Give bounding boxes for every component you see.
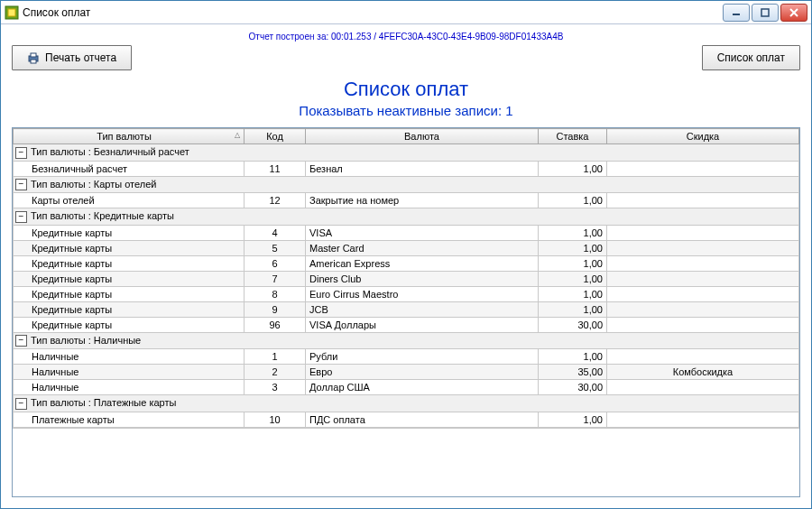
data-grid[interactable]: Тип валюты△ Код Валюта Ставка Скидка −Ти… <box>12 127 800 497</box>
cell-currency-type: Платежные карты <box>14 412 245 427</box>
table-row[interactable]: Карты отелей12Закрытие на номер1,00 <box>14 193 799 208</box>
table-row[interactable]: Платежные карты10ПДС оплата1,00 <box>14 412 799 427</box>
collapse-icon[interactable]: − <box>15 398 27 410</box>
table-row[interactable]: Кредитные карты96VISA Доллары30,00 <box>14 317 799 332</box>
close-button[interactable] <box>780 4 807 22</box>
cell-discount <box>607 286 799 301</box>
cell-currency: American Express <box>306 255 539 271</box>
col-header-code[interactable]: Код <box>245 129 306 144</box>
list-button[interactable]: Список оплат <box>702 45 800 70</box>
table-row[interactable]: Кредитные карты6American Express1,00 <box>14 255 799 271</box>
cell-currency: JCB <box>306 301 539 317</box>
cell-rate: 1,00 <box>539 161 607 176</box>
group-header-label: Тип валюты : Карты отелей <box>31 179 156 190</box>
collapse-icon[interactable]: − <box>15 211 27 223</box>
table-row[interactable]: Кредитные карты4VISA1,00 <box>14 225 799 240</box>
collapse-icon[interactable]: − <box>15 147 27 159</box>
cell-rate: 1,00 <box>539 271 607 286</box>
cell-currency-type: Кредитные карты <box>14 255 245 271</box>
group-header-label: Тип валюты : Безналичный расчет <box>31 146 189 157</box>
cell-currency: Рубли <box>306 349 539 365</box>
print-report-button[interactable]: Печать отчета <box>12 45 132 70</box>
cell-discount <box>607 255 799 271</box>
sort-asc-icon: △ <box>235 131 240 139</box>
cell-code: 96 <box>245 317 306 332</box>
col-header-rate[interactable]: Ставка <box>539 129 607 144</box>
cell-currency-type: Карты отелей <box>14 193 245 208</box>
collapse-icon[interactable]: − <box>15 335 27 347</box>
svg-rect-3 <box>761 9 769 16</box>
cell-rate: 1,00 <box>539 193 607 208</box>
cell-discount <box>607 349 799 365</box>
cell-code: 6 <box>245 255 306 271</box>
maximize-button[interactable] <box>752 4 779 22</box>
col-header-currency-type[interactable]: Тип валюты△ <box>14 129 245 144</box>
table-row[interactable]: Кредитные карты5Master Card1,00 <box>14 240 799 255</box>
cell-discount <box>607 225 799 240</box>
cell-currency: Закрытие на номер <box>306 193 539 208</box>
cell-currency: Доллар США <box>306 380 539 395</box>
table-row[interactable]: Наличные1Рубли1,00 <box>14 349 799 365</box>
minimize-button[interactable] <box>723 4 750 22</box>
group-row[interactable]: −Тип валюты : Наличные <box>14 332 799 349</box>
group-row[interactable]: −Тип валюты : Безналичный расчет <box>14 144 799 162</box>
cell-code: 7 <box>245 271 306 286</box>
group-header-label: Тип валюты : Кредитные карты <box>31 210 174 221</box>
cell-currency: VISA Доллары <box>306 317 539 332</box>
cell-rate: 35,00 <box>539 365 607 380</box>
header-row: Тип валюты△ Код Валюта Ставка Скидка <box>14 129 799 144</box>
cell-discount <box>607 412 799 427</box>
report-info-guid: 4FEFC30A-43C0-43E4-9B09-98DF01433A4B <box>379 32 564 42</box>
cell-currency: Diners Club <box>306 271 539 286</box>
window-title: Список оплат <box>23 6 90 19</box>
cell-code: 3 <box>245 380 306 395</box>
app-icon <box>5 5 19 20</box>
table-row[interactable]: Наличные3Доллар США30,00 <box>14 380 799 395</box>
table-row[interactable]: Безналичный расчет11Безнал1,00 <box>14 161 799 176</box>
cell-currency: ПДС оплата <box>306 412 539 427</box>
cell-rate: 1,00 <box>539 225 607 240</box>
table-row[interactable]: Кредитные карты8Euro Cirrus Maestro1,00 <box>14 286 799 301</box>
cell-currency: VISA <box>306 225 539 240</box>
table-row[interactable]: Кредитные карты9JCB1,00 <box>14 301 799 317</box>
group-row[interactable]: −Тип валюты : Карты отелей <box>14 176 799 193</box>
col-header-discount[interactable]: Скидка <box>607 129 799 144</box>
group-row[interactable]: −Тип валюты : Кредитные карты <box>14 208 799 226</box>
report-info-sep: / <box>374 32 376 42</box>
cell-code: 2 <box>245 365 306 380</box>
svg-rect-1 <box>8 9 15 16</box>
cell-discount <box>607 161 799 176</box>
cell-code: 8 <box>245 286 306 301</box>
cell-rate: 30,00 <box>539 380 607 395</box>
cell-currency-type: Кредитные карты <box>14 301 245 317</box>
cell-code: 4 <box>245 225 306 240</box>
cell-code: 11 <box>245 161 306 176</box>
cell-currency-type: Наличные <box>14 380 245 395</box>
collapse-icon[interactable]: − <box>15 179 27 190</box>
group-row[interactable]: −Тип валюты : Платежные карты <box>14 395 799 412</box>
cell-discount: Комбоскидка <box>607 365 799 380</box>
grid-table: Тип валюты△ Код Валюта Ставка Скидка −Ти… <box>13 128 799 428</box>
col-header-currency[interactable]: Валюта <box>306 129 539 144</box>
titlebar[interactable]: Список оплат <box>1 1 811 24</box>
cell-discount <box>607 240 799 255</box>
cell-code: 9 <box>245 301 306 317</box>
cell-rate: 1,00 <box>539 349 607 365</box>
cell-discount <box>607 193 799 208</box>
cell-discount <box>607 317 799 332</box>
printer-icon <box>27 51 40 64</box>
group-header-label: Тип валюты : Наличные <box>31 335 141 346</box>
cell-discount <box>607 380 799 395</box>
svg-rect-8 <box>31 60 36 63</box>
table-row[interactable]: Наличные2Евро35,00Комбоскидка <box>14 365 799 380</box>
cell-currency: Euro Cirrus Maestro <box>306 286 539 301</box>
window-controls <box>723 4 807 22</box>
cell-currency-type: Кредитные карты <box>14 317 245 332</box>
cell-rate: 1,00 <box>539 255 607 271</box>
cell-currency-type: Безналичный расчет <box>14 161 245 176</box>
cell-currency-type: Наличные <box>14 349 245 365</box>
table-row[interactable]: Кредитные карты7Diners Club1,00 <box>14 271 799 286</box>
cell-rate: 1,00 <box>539 301 607 317</box>
cell-currency: Безнал <box>306 161 539 176</box>
toolbar: Печать отчета Список оплат <box>12 45 800 70</box>
